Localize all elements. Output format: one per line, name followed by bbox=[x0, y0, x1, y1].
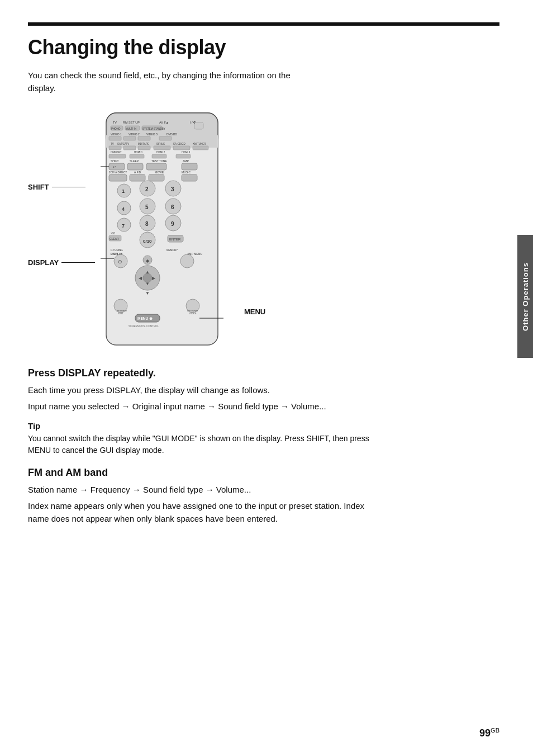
display-label: DISPLAY bbox=[28, 258, 59, 267]
svg-rect-13 bbox=[194, 122, 203, 129]
side-tab: Other Operations bbox=[517, 235, 533, 358]
shift-label: SHIFT bbox=[28, 183, 49, 191]
svg-text:A.F.D.: A.F.D. bbox=[134, 171, 142, 174]
svg-text:6: 6 bbox=[171, 204, 174, 210]
svg-text:>10: >10 bbox=[111, 232, 115, 235]
svg-rect-38 bbox=[109, 154, 126, 158]
svg-rect-19 bbox=[123, 136, 136, 140]
press-display-text2: Input name you selected → Original input… bbox=[28, 400, 374, 413]
svg-rect-41 bbox=[176, 154, 191, 158]
svg-text:◀: ◀ bbox=[139, 276, 142, 281]
svg-rect-58 bbox=[182, 174, 197, 181]
svg-rect-33 bbox=[193, 146, 208, 150]
svg-rect-39 bbox=[130, 154, 144, 158]
shift-label-item: SHIFT bbox=[28, 183, 95, 191]
svg-text:TEST TONE: TEST TONE bbox=[151, 159, 167, 163]
svg-text:RM SET UP: RM SET UP bbox=[123, 121, 140, 124]
labels-left: SHIFT DISPLAY bbox=[28, 110, 95, 267]
svg-text:HDMI 1: HDMI 1 bbox=[134, 151, 143, 154]
svg-text:SIRIUS: SIRIUS bbox=[156, 143, 165, 145]
svg-text:▼: ▼ bbox=[145, 291, 150, 296]
svg-text:⊙: ⊙ bbox=[118, 259, 122, 264]
svg-text:▲: ▲ bbox=[145, 270, 150, 275]
svg-text:▶: ▶ bbox=[152, 276, 156, 281]
svg-text:SCREEN/POS. CONTROL: SCREEN/POS. CONTROL bbox=[129, 325, 159, 328]
svg-rect-30 bbox=[138, 146, 150, 150]
svg-text:HDMI 2: HDMI 2 bbox=[156, 151, 165, 154]
svg-text:0/10: 0/10 bbox=[143, 239, 152, 244]
svg-rect-32 bbox=[173, 146, 190, 150]
svg-text:4: 4 bbox=[122, 206, 125, 212]
tip-heading: Tip bbox=[28, 421, 499, 431]
svg-text:5: 5 bbox=[145, 204, 149, 210]
svg-text:SYSTEM STANDBY: SYSTEM STANDBY bbox=[142, 127, 165, 130]
svg-text:1: 1 bbox=[122, 188, 125, 194]
svg-text:MULTI IN: MULTI IN bbox=[126, 127, 136, 130]
fm-am-text1: Station name → Frequency → Sound field t… bbox=[28, 483, 374, 496]
menu-label-text: MENU bbox=[244, 308, 265, 316]
fm-am-heading: FM and AM band bbox=[28, 467, 499, 479]
svg-text:3: 3 bbox=[171, 186, 174, 192]
tip-text: You cannot switch the display while "GUI… bbox=[28, 433, 374, 457]
svg-rect-18 bbox=[109, 136, 121, 140]
svg-rect-40 bbox=[152, 154, 166, 158]
svg-text:TV: TV bbox=[113, 121, 117, 124]
diagram-section: SHIFT DISPLAY TV RM SET UP AV I/▲ I / ⏻ bbox=[28, 110, 499, 351]
svg-text:VIDEO 1: VIDEO 1 bbox=[111, 133, 122, 136]
svg-rect-55 bbox=[109, 174, 127, 181]
svg-rect-49 bbox=[146, 163, 166, 170]
svg-text:7: 7 bbox=[122, 223, 125, 229]
svg-text:VIDEO 2: VIDEO 2 bbox=[129, 133, 140, 136]
svg-text:↩: ↩ bbox=[113, 165, 116, 169]
svg-text:DMPORT: DMPORT bbox=[111, 151, 122, 154]
svg-text:DVD/BD: DVD/BD bbox=[166, 133, 177, 136]
remote-container: TV RM SET UP AV I/▲ I / ⏻ PHONO MULTI IN… bbox=[101, 110, 223, 351]
fm-am-text2: Index name appears only when you have as… bbox=[28, 499, 374, 526]
svg-text:VIDEO 3: VIDEO 3 bbox=[146, 133, 158, 136]
svg-text:9: 9 bbox=[171, 221, 174, 227]
svg-rect-28 bbox=[109, 146, 121, 150]
press-display-section: Press DISPLAY repeatedly. Each time you … bbox=[28, 367, 499, 413]
press-display-text1: Each time you press DISPLAY, the display… bbox=[28, 384, 374, 396]
side-tab-text: Other Operations bbox=[521, 262, 530, 331]
press-display-heading: Press DISPLAY repeatedly. bbox=[28, 367, 499, 379]
svg-text:SAT/CATV: SAT/CATV bbox=[117, 143, 129, 145]
remote-svg: TV RM SET UP AV I/▲ I / ⏻ PHONO MULTI IN… bbox=[101, 110, 223, 351]
svg-text:MENU ⊕: MENU ⊕ bbox=[137, 316, 153, 320]
svg-text:SLEEP: SLEEP bbox=[130, 159, 139, 163]
svg-rect-20 bbox=[138, 136, 150, 140]
svg-text:◆: ◆ bbox=[146, 258, 150, 263]
menu-label: MENU bbox=[244, 308, 265, 316]
intro-text: You can check the sound field, etc., by … bbox=[28, 69, 318, 94]
page-number: 99GB bbox=[479, 727, 499, 739]
svg-text:MUSIC: MUSIC bbox=[182, 171, 191, 174]
display-label-line bbox=[61, 262, 95, 263]
svg-rect-46 bbox=[109, 163, 125, 170]
svg-text:MEMORY: MEMORY bbox=[166, 249, 178, 252]
svg-rect-48 bbox=[127, 163, 143, 170]
svg-text:ENTER: ENTER bbox=[169, 238, 181, 241]
svg-text:▼: ▼ bbox=[145, 281, 150, 286]
svg-text:AV I/▲: AV I/▲ bbox=[159, 121, 169, 124]
svg-point-92 bbox=[180, 254, 194, 268]
svg-text:2: 2 bbox=[145, 186, 149, 192]
svg-rect-31 bbox=[154, 146, 170, 150]
svg-text:SHIFT: SHIFT bbox=[111, 159, 118, 163]
svg-text:CLEAR: CLEAR bbox=[110, 237, 119, 240]
tip-section: Tip You cannot switch the display while … bbox=[28, 421, 499, 457]
svg-text:XM TUNER: XM TUNER bbox=[193, 143, 206, 145]
svg-rect-50 bbox=[182, 163, 197, 170]
svg-text:SA-CD/CD: SA-CD/CD bbox=[173, 143, 186, 145]
fm-am-section: FM and AM band Station name → Frequency … bbox=[28, 467, 499, 526]
svg-rect-29 bbox=[123, 146, 136, 150]
svg-rect-56 bbox=[130, 174, 145, 181]
top-border bbox=[28, 22, 499, 26]
svg-text:8: 8 bbox=[145, 221, 149, 227]
svg-text:HDMI 3: HDMI 3 bbox=[182, 151, 191, 154]
svg-text:MOVIE: MOVIE bbox=[155, 171, 164, 174]
svg-text:TOOLS: TOOLS bbox=[189, 312, 197, 315]
svg-text:PHONO: PHONO bbox=[111, 127, 121, 130]
display-label-item: DISPLAY bbox=[28, 258, 95, 267]
svg-rect-57 bbox=[149, 174, 164, 181]
svg-text:EXIT: EXIT bbox=[118, 312, 123, 315]
